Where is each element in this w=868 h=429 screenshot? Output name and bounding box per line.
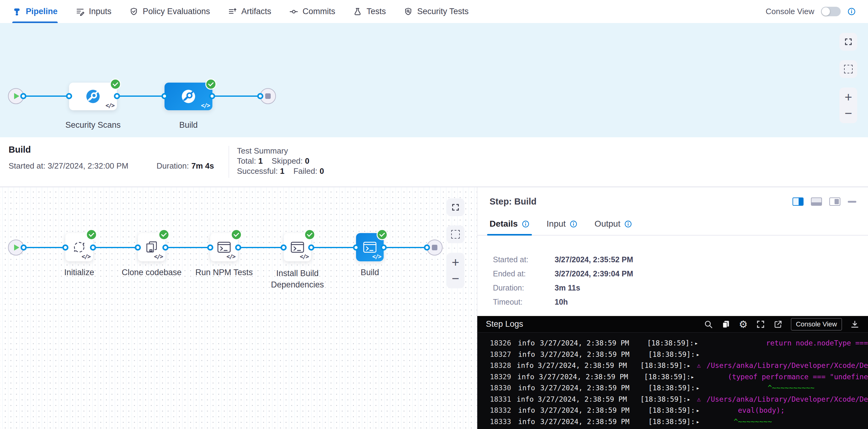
step-details-list: Started at: 3/27/2024, 2:35:52 PM Ended …	[493, 255, 868, 306]
step-card-build[interactable]: </>	[356, 233, 384, 261]
test-summary-row2: Successful: 1 Failed: 0	[237, 166, 324, 176]
zoom-out-button[interactable]: −	[452, 272, 460, 285]
info-icon[interactable]	[570, 220, 577, 228]
artifacts-icon	[228, 7, 237, 16]
log-expand-caret[interactable]: ▸	[696, 349, 707, 360]
split-view-icon[interactable]	[793, 197, 804, 206]
tab-label: Tests	[367, 7, 386, 16]
total-value: 1	[258, 156, 262, 165]
log-expand-caret[interactable]: ▸	[696, 405, 707, 416]
step-logs-section: Step Logs ⚙ Console View	[477, 316, 868, 429]
log-level: info	[518, 349, 540, 360]
log-expand-caret[interactable]: ▸	[687, 360, 697, 371]
open-in-new-icon[interactable]	[773, 320, 783, 329]
zoom-in-button[interactable]: +	[845, 91, 852, 104]
log-line: 18329info3/27/2024, 2:38:59 PM[18:38:59]…	[490, 371, 868, 382]
connector-ring	[66, 93, 72, 99]
code-badge: </>	[300, 253, 308, 260]
test-summary-row1: Total: 1 Skipped: 0	[237, 156, 324, 166]
tab-artifacts[interactable]: Artifacts	[228, 0, 271, 23]
log-expand-caret[interactable]: ▸	[694, 337, 705, 349]
step-graph-canvas: </> </> </> </> </	[0, 187, 477, 429]
stop-icon	[432, 245, 437, 250]
log-level: info	[518, 382, 540, 394]
stage-card-security-scans[interactable]: </>	[69, 83, 117, 110]
log-prefix: [18:38:59]:	[648, 349, 696, 360]
search-icon[interactable]	[704, 320, 713, 329]
skipped-value: 0	[305, 156, 309, 165]
log-line: 18332info3/27/2024, 2:38:59 PM[18:38:59]…	[490, 405, 868, 416]
log-timestamp: 3/27/2024, 2:38:59 PM	[539, 371, 644, 382]
detail-row: Started at: 3/27/2024, 2:35:52 PM	[493, 255, 868, 264]
step-label: Clone codebase	[122, 268, 181, 277]
fullscreen-button[interactable]	[446, 198, 464, 216]
fullscreen-icon[interactable]	[756, 320, 765, 329]
zoom-in-button[interactable]: +	[452, 256, 460, 269]
step-logs-header: Step Logs ⚙ Console View	[477, 316, 868, 333]
tab-inputs[interactable]: Inputs	[75, 0, 112, 23]
bottom-view-icon[interactable]	[811, 197, 822, 206]
connector-ring	[162, 244, 168, 251]
tab-input[interactable]: Input	[547, 219, 577, 235]
marquee-select-button[interactable]	[446, 225, 464, 243]
step-card-initialize[interactable]: </>	[65, 233, 93, 261]
log-line: 18333info3/27/2024, 2:38:59 PM[18:38:59]…	[490, 416, 868, 427]
tab-tests[interactable]: Tests	[353, 0, 386, 23]
tab-label: Details	[490, 219, 518, 229]
info-icon[interactable]	[522, 220, 529, 228]
test-summary-heading: Test Summary	[237, 146, 324, 156]
copy-icon[interactable]	[721, 320, 731, 329]
drawer-view-icon[interactable]	[829, 197, 840, 206]
log-warning-icon	[707, 416, 717, 427]
log-expand-caret[interactable]: ▸	[691, 371, 701, 382]
step-card-run-npm-tests[interactable]: </>	[210, 233, 238, 261]
code-badge: </>	[154, 253, 163, 260]
play-icon	[14, 93, 19, 99]
success-check-badge	[110, 79, 121, 90]
log-line-number: 18332	[490, 405, 518, 416]
successful-value: 1	[280, 166, 284, 176]
clone-codebase-icon	[144, 240, 159, 254]
tab-commits[interactable]: Commits	[289, 0, 336, 23]
zoom-out-button[interactable]: −	[845, 107, 852, 120]
log-timestamp: 3/27/2024, 2:38:59 PM	[540, 349, 648, 360]
console-view-toggle[interactable]	[821, 7, 841, 16]
console-view-button[interactable]: Console View	[791, 318, 842, 330]
step-panel-tabs: Details Input Output	[477, 219, 868, 236]
info-icon[interactable]	[624, 220, 632, 228]
tab-details[interactable]: Details	[490, 219, 529, 235]
fullscreen-button[interactable]	[839, 33, 857, 51]
detail-label: Duration:	[493, 283, 555, 292]
log-prefix: [18:38:59]:	[648, 416, 696, 427]
log-warning-icon	[701, 371, 711, 382]
tab-policy-evaluations[interactable]: Policy Evaluations	[129, 0, 210, 23]
settings-gear-icon[interactable]: ⚙	[739, 319, 748, 329]
minimize-icon[interactable]	[848, 201, 856, 203]
download-icon[interactable]	[850, 320, 859, 329]
log-line-number: 18326	[490, 337, 518, 349]
log-line-number: 18329	[490, 371, 518, 382]
success-check-badge	[231, 229, 242, 240]
marquee-select-button[interactable]	[839, 60, 857, 78]
step-card-clone-codebase[interactable]: </>	[138, 233, 165, 261]
stage-card-build[interactable]: </>	[164, 83, 212, 110]
log-prefix: [18:38:59]:	[647, 337, 694, 349]
tab-output[interactable]: Output	[594, 219, 632, 235]
connector-ring	[90, 244, 96, 251]
info-icon[interactable]	[847, 7, 856, 16]
log-expand-caret[interactable]: ▸	[696, 382, 707, 394]
log-expand-caret[interactable]: ▸	[687, 394, 697, 405]
tab-pipeline[interactable]: Pipeline	[12, 0, 58, 23]
detail-label: Ended at:	[493, 269, 555, 278]
toggle-knob	[822, 7, 830, 16]
code-badge: </>	[372, 253, 381, 260]
connector-ring	[424, 244, 430, 251]
log-level: info	[518, 337, 539, 349]
log-warning-icon	[707, 382, 717, 394]
success-check-badge	[158, 229, 169, 240]
tab-security-tests[interactable]: Security Tests	[404, 0, 469, 23]
step-card-install-build-dependencies[interactable]: </>	[284, 233, 311, 261]
log-expand-caret[interactable]: ▸	[696, 416, 707, 427]
log-level: info	[518, 416, 540, 427]
duration-value: 7m 4s	[191, 161, 214, 171]
